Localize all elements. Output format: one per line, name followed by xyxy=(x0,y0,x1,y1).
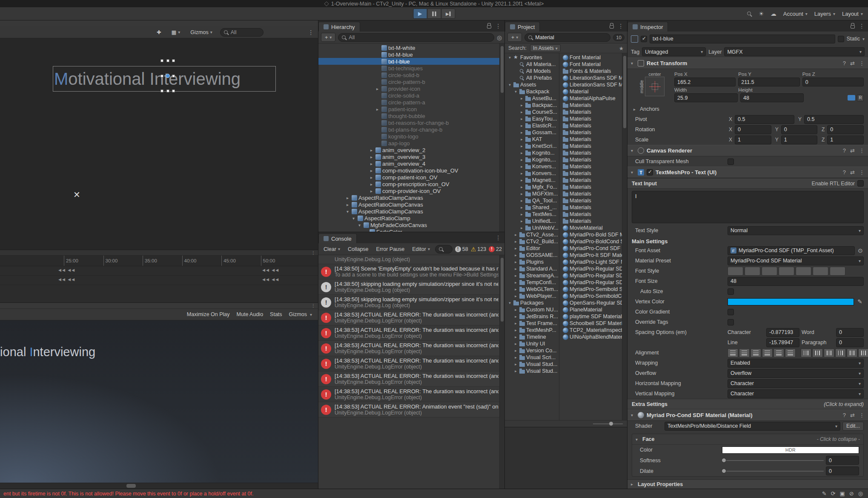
align-bottom-button[interactable] xyxy=(824,348,834,357)
dilate-field[interactable]: 0 xyxy=(826,466,859,475)
presets-icon[interactable]: ⇄ xyxy=(850,169,855,176)
raw-edit-mode-button[interactable]: R xyxy=(857,95,864,101)
search-result-item[interactable]: MyriadPro-Light SDF M... xyxy=(559,259,622,265)
game-toolbar-button[interactable]: Gizmos xyxy=(286,310,315,319)
scene-tools-button[interactable]: ✚ xyxy=(154,28,163,37)
search-result-item[interactable]: LiberationSans SDF Ma... xyxy=(559,81,622,88)
rotation-y-field[interactable]: 0 xyxy=(781,125,818,134)
hierarchy-menu-icon[interactable]: ⋮ xyxy=(496,23,501,29)
project-tree-item[interactable]: All Prefabs xyxy=(505,75,559,81)
project-tree-item[interactable]: MGFXIm... xyxy=(505,190,559,197)
align-center-button[interactable] xyxy=(739,348,750,357)
hierarchy-item[interactable]: txt-techniques xyxy=(318,65,499,72)
slider-thumb[interactable] xyxy=(609,422,613,426)
font-style-button[interactable] xyxy=(813,267,828,276)
project-tree-item[interactable]: Magneti... xyxy=(505,177,559,184)
expand-arrow-icon[interactable] xyxy=(513,287,518,291)
expand-arrow-icon[interactable] xyxy=(519,117,524,121)
component-enabled-checkbox[interactable] xyxy=(647,169,653,176)
search-result-item[interactable]: Material xyxy=(559,88,622,95)
vertical-mapping-dropdown[interactable]: Character▾ xyxy=(728,389,864,398)
presets-icon[interactable]: ⇄ xyxy=(850,412,855,418)
anchor-preset-box[interactable] xyxy=(645,77,665,96)
expand-arrow-icon[interactable] xyxy=(513,314,518,319)
component-menu-icon[interactable]: ⋮ xyxy=(859,412,865,418)
scrollbar-thumb[interactable] xyxy=(623,56,626,128)
lock-icon[interactable] xyxy=(851,25,855,29)
status-error-message[interactable]: ent but its firetime is not 0f. This is … xyxy=(3,491,818,497)
render-mode-icon[interactable]: ☀ xyxy=(759,10,764,17)
rect-transform-header[interactable]: ▾ Rect Transform ?⇄⋮ xyxy=(627,58,868,69)
hierarchy-item[interactable]: comp-motivation-icon-blue_OV xyxy=(318,167,499,174)
keyframe-markers[interactable]: ◀◀ ◀◀ xyxy=(58,277,75,282)
expand-arrow-icon[interactable] xyxy=(375,86,380,91)
search-result-item[interactable]: PlaneMaterial xyxy=(559,306,622,313)
expand-arrow-icon[interactable] xyxy=(507,83,512,87)
search-result-item[interactable]: Materials xyxy=(559,136,622,143)
hierarchy-item[interactable]: anim_overview_4 xyxy=(318,160,499,167)
step-button[interactable]: ▶ xyxy=(441,9,455,19)
project-tree-item[interactable]: TempConfi... xyxy=(505,279,559,286)
search-in-assets-button[interactable]: In Assets▾ xyxy=(530,44,561,52)
hierarchy-item[interactable]: circle-solid-a xyxy=(318,92,499,99)
scene-search-input[interactable]: All xyxy=(220,28,264,37)
search-result-item[interactable]: MyriadPro-Regular SDF... xyxy=(559,279,622,286)
game-toolbar-button[interactable]: Maximize On Play xyxy=(184,310,232,319)
search-result-item[interactable]: UINoAlphaBlendMateria... xyxy=(559,334,622,340)
font-style-button[interactable] xyxy=(762,267,777,276)
posy-field[interactable]: 211.5 xyxy=(738,78,799,86)
project-tree-item[interactable]: UnifiedL... xyxy=(505,218,559,225)
project-tree-item[interactable]: Custom NU... xyxy=(505,306,559,313)
project-tree-item[interactable]: QA_Tool... xyxy=(505,197,559,204)
expand-arrow-icon[interactable] xyxy=(519,158,524,162)
scene-camera-button[interactable]: ▦▾ xyxy=(169,28,183,37)
extra-settings-bar[interactable]: Extra Settings (Click to expand) xyxy=(627,399,868,409)
project-tree-item[interactable]: Favorites xyxy=(505,54,559,61)
align-left-button[interactable] xyxy=(728,348,738,357)
expand-arrow-icon[interactable] xyxy=(513,89,518,94)
scale-z-field[interactable]: 1 xyxy=(827,135,864,144)
height-field[interactable]: 48 xyxy=(740,93,804,102)
mute-status-icon[interactable]: ⊘ xyxy=(849,490,854,497)
slider-thumb[interactable] xyxy=(722,469,726,473)
hierarchy-item[interactable]: MgfxFadeColorCanvas xyxy=(318,222,499,228)
search-result-item[interactable]: MyriadPro-Semibold SI... xyxy=(559,286,622,293)
search-result-item[interactable]: Materials xyxy=(559,109,622,115)
foldout-icon[interactable]: ▾ xyxy=(631,148,635,153)
material-preset-dropdown[interactable]: MyriadPro-Cond SDF Material▾ xyxy=(728,256,864,265)
expand-arrow-icon[interactable] xyxy=(345,202,350,207)
textmeshpro-header[interactable]: ▾ TextMeshPro - Text (UI) ?⇄⋮ xyxy=(627,167,868,178)
project-tree-item[interactable]: TextMes... xyxy=(505,211,559,218)
project-tree-item[interactable]: KnetScri... xyxy=(505,143,559,150)
game-horizontal-scrollbar[interactable] xyxy=(0,483,318,489)
project-tree-item[interactable]: TextMeshP... xyxy=(505,327,559,334)
search-result-item[interactable]: MyriadPro-Bold SDF M... xyxy=(559,231,622,238)
expand-arrow-icon[interactable] xyxy=(513,273,518,278)
align-midline-button[interactable] xyxy=(847,348,857,357)
align-justify-button[interactable] xyxy=(762,348,773,357)
component-menu-icon[interactable]: ⋮ xyxy=(859,147,865,154)
scale-x-field[interactable]: 1 xyxy=(735,135,771,144)
progress-icon[interactable]: ◎ xyxy=(858,490,863,497)
scene-menu-icon[interactable]: ⋮ xyxy=(308,29,314,36)
horizontal-mapping-dropdown[interactable]: Character▾ xyxy=(728,379,864,388)
wrapping-dropdown[interactable]: Enabled▾ xyxy=(728,359,864,368)
expand-arrow-icon[interactable] xyxy=(513,355,518,360)
hierarchy-item[interactable]: comp-patient-icon_OV xyxy=(318,174,499,181)
tab-project[interactable]: Project xyxy=(505,22,540,32)
slider-thumb[interactable] xyxy=(722,458,726,463)
timeline-track[interactable]: ◀◀ ◀◀ ◀◀ ◀◀ xyxy=(0,266,318,276)
object-picker-icon[interactable]: ⊙ xyxy=(857,247,864,254)
shader-dropdown[interactable]: TextMeshPro/Mobile/Distance Field▾ xyxy=(665,422,840,431)
search-result-item[interactable]: Font Material xyxy=(559,61,622,68)
search-result-item[interactable]: MyriadPro-Regular SDF... xyxy=(559,272,622,279)
tab-console[interactable]: Console xyxy=(318,233,357,243)
hierarchy-item[interactable]: patient-icon xyxy=(318,106,499,112)
active-checkbox[interactable] xyxy=(641,36,647,42)
lock-icon[interactable] xyxy=(487,25,491,29)
expand-arrow-icon[interactable] xyxy=(345,196,350,200)
project-tree-item[interactable]: Editor xyxy=(505,245,559,252)
text-style-dropdown[interactable]: Normal▾ xyxy=(728,226,864,235)
clear-button[interactable]: Clear▾ xyxy=(321,245,343,253)
project-tree-item[interactable]: Kognito,... xyxy=(505,156,559,163)
